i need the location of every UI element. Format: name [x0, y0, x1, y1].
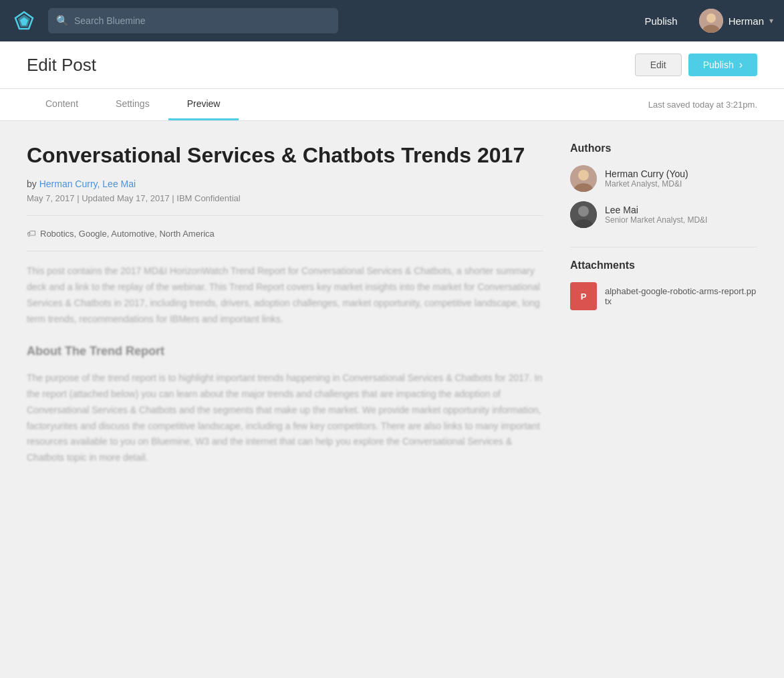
header-bar: Edit Post Edit Publish › — [0, 41, 784, 89]
attachments-title: Attachments — [570, 259, 757, 271]
article-meta: May 7, 2017 | Updated May 17, 2017 | IBM… — [27, 193, 543, 216]
svg-point-4 — [706, 13, 716, 23]
article-para-1: This post contains the 2017 MD&I Horizon… — [27, 263, 543, 327]
username-label: Herman — [729, 15, 764, 27]
search-bar[interactable]: 🔍 — [48, 8, 338, 33]
sidebar-divider — [570, 247, 757, 247]
attachment-item[interactable]: P alphabet-google-robotic-arms-report.pp… — [570, 282, 757, 310]
author-avatar-lee — [570, 201, 597, 228]
arrow-icon: › — [739, 59, 743, 71]
article-tags: 🏷 Robotics, Google, Automotive, North Am… — [27, 228, 543, 251]
publish-button[interactable]: Publish › — [688, 53, 757, 76]
author-name-herman: Herman Curry (You) — [605, 168, 688, 179]
user-menu[interactable]: Herman ▾ — [699, 9, 773, 33]
article-section-heading: About The Trend Report — [27, 341, 543, 362]
tabs: Content Settings Preview — [27, 89, 239, 120]
navbar: 🔍 Publish Herman ▾ — [0, 0, 784, 41]
tab-preview[interactable]: Preview — [168, 89, 239, 120]
edit-button[interactable]: Edit — [635, 53, 682, 76]
tag-icon: 🏷 — [27, 228, 36, 239]
article-title: Conversational Services & Chatbots Trend… — [27, 142, 543, 168]
last-saved-status: Last saved today at 3:21pm. — [648, 100, 757, 110]
author-item-lee: Lee Mai Senior Market Analyst, MD&I — [570, 201, 757, 228]
author-role-lee: Senior Market Analyst, MD&I — [605, 215, 707, 225]
tab-settings[interactable]: Settings — [97, 89, 168, 120]
author-item-herman: Herman Curry (You) Market Analyst, MD&I — [570, 165, 757, 192]
nav-publish-button[interactable]: Publish — [634, 10, 688, 32]
avatar — [699, 9, 723, 33]
authors-title: Authors — [570, 142, 757, 154]
svg-point-10 — [578, 206, 589, 217]
sidebar: Authors Herman Curry (You) Market Analys… — [570, 142, 757, 479]
main-content: Conversational Services & Chatbots Trend… — [0, 121, 784, 501]
author-name-lee: Lee Mai — [605, 205, 707, 215]
authors-section: Authors Herman Curry (You) Market Analys… — [570, 142, 757, 228]
svg-point-7 — [578, 170, 589, 181]
article-body: This post contains the 2017 MD&I Horizon… — [27, 263, 543, 466]
author-info-lee: Lee Mai Senior Market Analyst, MD&I — [605, 205, 707, 225]
article-area: Conversational Services & Chatbots Trend… — [27, 142, 543, 479]
app-logo[interactable] — [11, 7, 37, 34]
tags-list: Robotics, Google, Automotive, North Amer… — [40, 229, 215, 239]
byline-prefix: by — [27, 179, 39, 189]
article-authors-link[interactable]: Herman Curry, Lee Mai — [39, 179, 136, 189]
search-input[interactable] — [74, 15, 330, 26]
publish-label: Publish — [703, 60, 734, 70]
tab-content[interactable]: Content — [27, 89, 97, 120]
author-avatar-herman — [570, 165, 597, 192]
powerpoint-icon: P — [570, 282, 597, 310]
article-byline: by Herman Curry, Lee Mai — [27, 179, 543, 189]
header-actions: Edit Publish › — [635, 53, 757, 76]
search-icon: 🔍 — [56, 15, 69, 27]
attachments-section: Attachments P alphabet-google-robotic-ar… — [570, 259, 757, 310]
article-para-2: The purpose of the trend report is to hi… — [27, 370, 543, 466]
author-info-herman: Herman Curry (You) Market Analyst, MD&I — [605, 168, 688, 189]
author-role-herman: Market Analyst, MD&I — [605, 179, 688, 189]
chevron-down-icon: ▾ — [769, 16, 773, 25]
tabs-bar: Content Settings Preview Last saved toda… — [0, 89, 784, 121]
page-title: Edit Post — [27, 55, 96, 76]
attachment-name: alphabet-google-robotic-arms-report.pptx — [605, 286, 757, 306]
